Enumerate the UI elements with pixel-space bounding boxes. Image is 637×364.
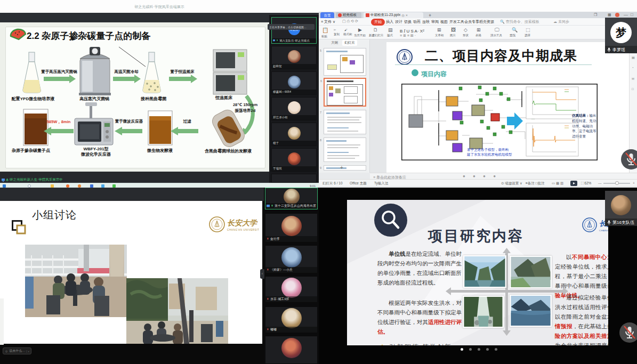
textbox-icon[interactable]: ⊞ [437,27,441,33]
participant-tile[interactable]: 研之光 正在共享屏幕，点击切换视图… 第六支队伍·研之光碳点 [271,17,317,44]
play-button[interactable] [570,181,577,186]
firefox-icon[interactable] [66,184,69,188]
zoom-in-button[interactable]: + [633,181,635,185]
side-icon-5[interactable]: □ [632,87,634,91]
view-buttons[interactable]: ▭ ▦ ▥ [552,181,563,185]
menu-insert[interactable]: 插入 [386,19,393,25]
quick-icons[interactable]: ▢ ⎙ ⟲ ⟳ [342,19,358,23]
menu-member[interactable]: 会员专享 [464,19,479,25]
align-controls[interactable]: ≡ ≣ ≡ ⊞ · [400,34,416,38]
screen-share-icon [273,39,275,42]
participant-tile[interactable]: 《帅家》—小丘 [265,245,318,273]
search-command[interactable]: 🔍 查找命令、搜索模板 [500,19,539,25]
changan-univ-logo [395,48,414,66]
new-tab-button[interactable]: + [429,13,431,18]
participant-tile[interactable]: 第十二支队伍从山向海再出发 [265,188,318,209]
app1-icon[interactable] [90,184,93,188]
participant-tile[interactable]: 水菲·城工3班 [265,276,318,303]
menu-design[interactable]: 设计 [395,19,402,25]
format-painter-icon[interactable]: 🖌 [344,28,348,31]
account-avatar[interactable] [615,13,619,17]
zoom-out-button[interactable]: — [598,181,602,185]
mic-icon [267,298,269,301]
select-icon[interactable]: ⬚ [526,27,530,33]
play-from-page-icon[interactable]: ▶ [358,27,362,33]
chat-input[interactable]: ☺ 说点什么… | ‹ [3,347,31,354]
grid-icon[interactable]: ▦ [608,13,611,17]
notes-bar[interactable]: ≡ 单击此处添加备注 ● ● ● ● [370,173,637,179]
window-layout-icon[interactable]: ❐ [594,13,597,17]
present-tool-icon[interactable]: 🖵 [495,27,499,33]
maximize-icon[interactable]: □ [631,12,633,17]
search-icon[interactable] [28,184,31,188]
font-controls[interactable]: B I U S A· X² [400,29,424,34]
find-icon[interactable]: 🔍 [512,27,518,33]
participant-tile[interactable]: 于瑞琪 [271,148,317,172]
slide-indicator-dots[interactable] [461,348,497,351]
slide-thumb-8[interactable]: 8 [324,137,366,162]
motto-row: 弘毅明德 笃学创新 [380,343,452,345]
participant-tile[interactable] [271,174,317,183]
new-slide-icon[interactable]: 🗋 [373,27,378,33]
paste-icon[interactable]: 📋 [322,27,328,33]
table-icon[interactable]: ⊞ [477,27,481,33]
menu-transition[interactable]: 切换 [404,19,412,25]
menu-review[interactable]: 审阅 [431,19,439,25]
participant-tile[interactable]: 橙子 [271,123,317,146]
menu-docer-res[interactable]: 稻壳资源 [479,19,494,25]
windows-taskbar[interactable]: 9:01 [0,183,319,188]
menu-view[interactable]: 视图 [440,19,448,25]
tab-home[interactable]: 首页 [320,12,334,18]
tr-participant-overlay[interactable]: 梦 李梦瑶 [605,18,637,53]
wechat-icon[interactable] [112,184,116,188]
start-button[interactable] [3,184,6,188]
side-icon-4[interactable]: ✉ [632,77,634,80]
participant-tile[interactable] [265,336,318,364]
sync-status[interactable]: ☁ 未同步 [553,19,569,25]
slide-thumb-7[interactable]: 7 [324,110,366,134]
add-slide-button[interactable]: + [340,165,343,171]
fc-arrow5-label: 置于微波反应器 [115,119,143,124]
side-icon-2[interactable]: ▤ [632,55,635,59]
tab-slides[interactable]: 幻灯片 [342,40,357,46]
participant-tile[interactable]: 赵梓贺 [271,46,317,69]
emoji-icon[interactable]: ☺ [5,350,8,353]
pin-icon[interactable]: ◎ [401,13,405,18]
tab-docer[interactable]: 稻壳模板 [336,12,361,18]
minimize-icon[interactable]: — [624,12,628,17]
cut-icon[interactable]: ✂ [334,28,336,31]
layout-icon[interactable]: ▤ [388,27,393,33]
folder-icon[interactable] [51,184,54,188]
participant-tile[interactable]: 金社李 [265,213,318,242]
tab-document[interactable]: 中期检查11-23.pptx ◎ × [364,12,423,18]
zoom-settings[interactable]: ⊙ 缩放设置 ∨ [501,181,522,186]
tl-share-banner: 研之光碳科新人生·学院风采展示中 [2,177,63,182]
menu-devtools[interactable]: 开发工具 [449,19,464,25]
background-window-sliver [0,298,4,345]
tab-outline[interactable]: 大纲 [331,41,338,45]
participant-tile[interactable]: 穆鑫斌—9054 [271,71,317,95]
slide-thumb-9[interactable]: 9 [324,165,366,171]
menu-animation[interactable]: 动画 [413,19,421,25]
slide-nav-dots[interactable]: ● ● ● ● [463,174,499,179]
shape-icon[interactable]: ◇ [464,27,467,33]
menu-file[interactable]: ≡ 文件 ∨ [321,19,335,25]
menu-start[interactable]: 开始 [371,19,385,26]
participant-tile[interactable]: 郑艺泽小组 [271,97,317,120]
br-participant-overlay[interactable]: 第16支队伍 [605,191,637,226]
sidebar-collapse-handle[interactable]: ‹ [260,269,264,279]
participant-tile[interactable]: 嘟嘟 [265,306,318,333]
app2-icon[interactable] [101,184,104,188]
close-tab-icon[interactable]: × [406,13,408,17]
slide-thumb-6-selected[interactable]: 6 [324,78,366,107]
notes-toggle[interactable]: ≡备注 □批注 [526,181,545,186]
slide-thumb-5[interactable]: 5 [324,48,366,76]
collapse-chat-icon[interactable]: ‹ [28,350,29,353]
image-icon[interactable]: 🖼 [451,27,456,33]
menu-slideshow[interactable]: 放映 [422,19,430,25]
mute-indicator[interactable] [619,322,637,343]
zoom-slider-knob[interactable] [615,181,619,185]
mute-indicator[interactable] [621,149,637,169]
browser-icon[interactable] [78,184,81,188]
side-icon-3[interactable]: ◔ [632,66,634,69]
